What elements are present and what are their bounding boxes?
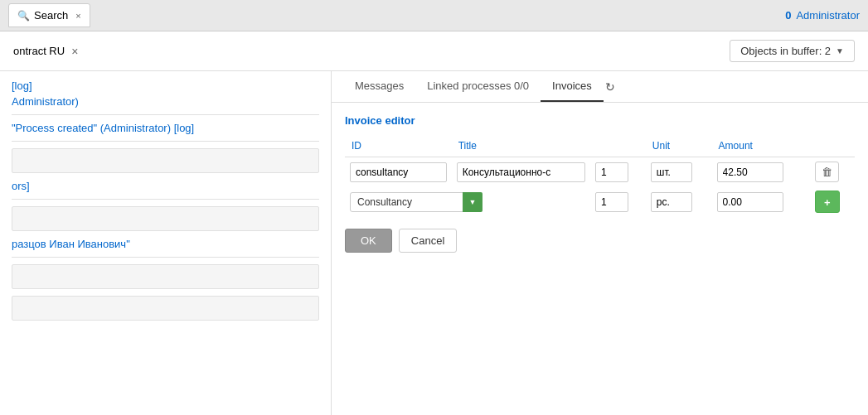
log-line-2: Administrator) [12,95,319,108]
page-title-text: ontract RU [13,45,65,57]
log-line-3: "Process created" (Administrator) [log] [12,122,319,134]
buffer-button[interactable]: Objects in buffer: 2 ▼ [730,40,855,62]
cell-title [452,157,590,187]
new-cell-action: + [810,186,855,217]
process-created-text: "Process created" ( [12,122,104,134]
add-button[interactable]: + [815,191,840,213]
log-link-2[interactable]: [log] [174,122,195,134]
search-tab[interactable]: 🔍 Search × [8,3,90,27]
title-input[interactable] [457,162,585,182]
invoice-editor-title: Invoice editor [345,114,855,127]
tab-linked-processes[interactable]: Linked processes 0/0 [415,71,541,102]
left-panel: [log] Administrator) "Process created" (… [0,71,332,415]
top-bar-left: 🔍 Search × [8,3,90,27]
service-dropdown[interactable]: Consultancy [350,192,482,212]
separator-3 [12,199,319,200]
id-input[interactable] [350,162,447,182]
cell-qty [590,157,646,187]
new-cell-unit [646,186,712,217]
table-header-row: ID Title Unit Amount [345,135,855,157]
new-table-row: Consultancy [345,186,855,217]
new-cell-amount [712,186,810,217]
search-tab-close[interactable]: × [75,11,80,21]
cell-amount [712,157,810,187]
separator-1 [12,114,319,115]
col-header-qty [590,135,646,157]
buffer-label: Objects in buffer: 2 [740,45,831,57]
add-icon: + [824,196,831,209]
new-qty-input[interactable] [595,192,628,212]
actors-line: ors] [12,180,319,192]
new-cell-dropdown: Consultancy [345,186,590,217]
chevron-down-icon: ▼ [836,46,844,55]
top-bar-right: 0 Administrator [785,9,860,22]
invoice-editor: Invoice editor ID Title Unit Amount [332,103,868,264]
new-cell-qty [590,186,646,217]
separator-4 [12,257,319,258]
new-amount-input[interactable] [717,192,783,212]
top-bar: 🔍 Search × 0 Administrator [0,0,868,31]
footer-buttons: OK Cancel [345,229,855,253]
admin-label[interactable]: Administrator [796,9,860,22]
gray-block-4 [12,296,319,321]
cell-unit [646,157,712,187]
dropdown-wrapper: Consultancy [350,192,482,212]
right-panel: Messages Linked processes 0/0 Invoices ↻… [332,71,868,415]
log-line-1: [log] [12,80,319,92]
col-header-title: Title [452,135,590,157]
search-tab-label: Search [34,9,68,22]
person-line: разцов Иван Иванович" [12,238,319,250]
actors-link[interactable]: ors] [12,180,30,192]
page-header: ontract RU × Objects in buffer: 2 ▼ [0,31,868,71]
tabs-bar: Messages Linked processes 0/0 Invoices ↻ [332,71,868,103]
qty-input[interactable] [595,162,628,182]
refresh-icon[interactable]: ↻ [605,80,615,94]
person-link[interactable]: разцов Иван Иванович" [12,238,130,250]
amount-input[interactable] [717,162,783,182]
admin-link-2[interactable]: Administrator [104,122,167,134]
cancel-button[interactable]: Cancel [399,229,457,253]
cell-id [345,157,452,187]
new-unit-input[interactable] [651,192,692,212]
main-layout: [log] Administrator) "Process created" (… [0,71,868,415]
separator-2 [12,141,319,142]
page-close-button[interactable]: × [71,45,78,58]
table-row: 🗑 [345,157,855,187]
col-header-unit: Unit [646,135,712,157]
page-title: ontract RU × [13,45,78,58]
tab-messages[interactable]: Messages [343,71,415,102]
col-header-id: ID [345,135,452,157]
log-link-1[interactable]: [log] [12,80,32,92]
admin-link-1[interactable]: Administrator) [12,95,79,108]
unit-input[interactable] [651,162,692,182]
col-header-amount: Amount [712,135,810,157]
search-icon: 🔍 [17,10,30,22]
invoice-table: ID Title Unit Amount [345,135,855,217]
delete-icon: 🗑 [822,166,832,178]
admin-count: 0 [785,9,791,22]
gray-block-2 [12,206,319,231]
gray-block-1 [12,148,319,173]
cell-action: 🗑 [810,157,855,187]
gray-block-3 [12,264,319,289]
tab-invoices[interactable]: Invoices [541,71,604,102]
ok-button[interactable]: OK [345,229,392,253]
delete-button[interactable]: 🗑 [815,162,839,182]
col-header-action [810,135,855,157]
